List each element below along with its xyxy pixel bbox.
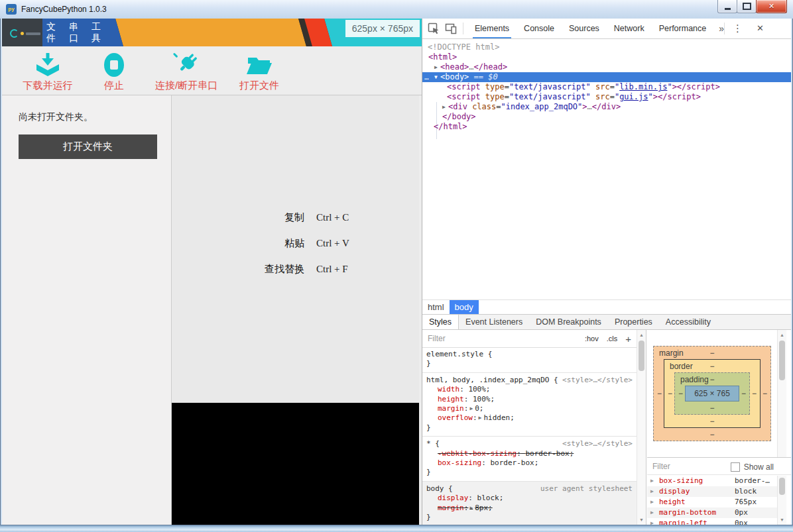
expand-arrow-icon[interactable]: ▶: [650, 497, 654, 507]
style-property[interactable]: box-sizing: border-box;: [426, 458, 633, 468]
app-area: 文件串口工具 625px × 765px 下载并运行 停止: [2, 19, 422, 525]
devtools-menu-icon[interactable]: ⋮: [733, 19, 743, 38]
scroll-up-icon[interactable]: ▲: [637, 333, 646, 337]
shortcut-hints: 复制Ctrl + C粘贴Ctrl + V查找替换Ctrl + F: [172, 209, 419, 287]
breadcrumb-html[interactable]: html: [422, 300, 450, 315]
open-file-button[interactable]: 打开文件: [213, 52, 306, 92]
expand-arrow-icon[interactable]: ▶: [650, 476, 654, 486]
logo-dot-icon: [21, 32, 24, 35]
rule-origin[interactable]: <style>…</style>: [562, 439, 633, 449]
pane-tab-dom-breakpoints[interactable]: DOM Breakpoints: [529, 315, 608, 329]
shortcut-label: 粘贴: [172, 235, 304, 251]
style-property[interactable]: overflow:▶hidden;: [426, 413, 633, 423]
expand-arrow-icon[interactable]: ▶: [469, 505, 473, 511]
computed-property-row[interactable]: ▶margin-left0px: [647, 518, 777, 525]
show-all-label: Show all: [744, 462, 774, 472]
collapse-arrow-icon[interactable]: ▼: [432, 72, 440, 82]
computed-properties-scrollbar[interactable]: ▼: [777, 476, 786, 525]
toolbar-separator: [463, 23, 463, 34]
menu-item-工具[interactable]: 工具: [91, 21, 101, 44]
style-property[interactable]: margin:▶0;: [426, 404, 633, 413]
resource-link[interactable]: gui.js: [619, 92, 648, 101]
tree-line[interactable]: ▶<head>…</head>: [422, 62, 791, 72]
viewport-size-tooltip: 625px × 765px: [345, 20, 420, 37]
new-style-rule-button[interactable]: +: [625, 333, 631, 345]
devtools-close-icon[interactable]: ✕: [757, 19, 764, 38]
scrollbar-thumb[interactable]: [639, 341, 644, 371]
scrollbar-thumb[interactable]: [779, 478, 785, 495]
scroll-up-icon[interactable]: ▲: [778, 333, 786, 337]
show-all-checkbox[interactable]: [731, 462, 740, 472]
maximize-button[interactable]: [737, 0, 757, 13]
styles-scrollbar[interactable]: ▲ ▼: [637, 330, 646, 525]
style-property[interactable]: height: 100%;: [426, 395, 633, 404]
tree-line[interactable]: </html>: [422, 122, 791, 132]
scrollbar-thumb[interactable]: [779, 341, 785, 380]
tree-line[interactable]: </body>: [422, 112, 791, 122]
tree-line[interactable]: …▼<body> == $0: [422, 72, 791, 82]
box-model-border: border − − − − padding − − − − 625 × 765: [664, 359, 761, 428]
pane-tab-event-listeners[interactable]: Event Listeners: [459, 315, 529, 329]
window-title: FancyCubePython 1.0.3: [21, 5, 107, 14]
devtools-tab-elements[interactable]: Elements: [467, 19, 517, 38]
style-rule[interactable]: element.style {}: [422, 347, 637, 373]
expand-arrow-icon[interactable]: ▶: [650, 518, 654, 525]
style-rule[interactable]: <style>…</style>* {-webkit-box-sizing: b…: [422, 437, 637, 482]
tree-line[interactable]: <!DOCTYPE html>: [422, 42, 791, 52]
tree-line[interactable]: ▶<div class="index_app_2mqDO">…</div>: [422, 102, 791, 112]
devtools-tab-network[interactable]: Network: [607, 19, 652, 38]
resource-link[interactable]: lib.min.js: [619, 82, 667, 91]
device-toolbar-icon[interactable]: [445, 23, 457, 34]
expand-arrow-icon[interactable]: ▶: [650, 507, 654, 518]
style-property[interactable]: margin:▶8px;: [426, 504, 633, 513]
box-model-scrollbar[interactable]: ▲: [777, 330, 786, 457]
expand-arrow-icon[interactable]: ▶: [440, 102, 448, 112]
computed-properties-list: ▶box-sizingborder-…▶displayblock▶height7…: [647, 476, 777, 525]
tree-line[interactable]: <script type="text/javascript" src="gui.…: [422, 92, 791, 102]
computed-property-row[interactable]: ▶box-sizingborder-…: [647, 476, 777, 486]
computed-property-row[interactable]: ▶height765px: [647, 497, 777, 507]
style-rule[interactable]: user agent stylesheetbody {display: bloc…: [422, 482, 637, 525]
pane-tab-styles[interactable]: Styles: [422, 315, 459, 329]
console-panel: [172, 403, 419, 525]
more-tabs-icon[interactable]: »: [713, 23, 729, 34]
styles-filter-input[interactable]: [422, 330, 532, 347]
tree-line[interactable]: <script type="text/javascript" src="lib.…: [422, 82, 791, 92]
expand-arrow-icon[interactable]: ▶: [650, 486, 654, 497]
open-folder-button[interactable]: 打开文件夹: [19, 134, 157, 159]
scroll-down-icon[interactable]: ▼: [778, 517, 786, 522]
devtools-tab-console[interactable]: Console: [517, 19, 562, 38]
devtools-tab-sources[interactable]: Sources: [562, 19, 607, 38]
inspect-element-icon[interactable]: [428, 23, 440, 34]
expand-arrow-icon[interactable]: ▶: [432, 62, 440, 72]
breadcrumb-body[interactable]: body: [450, 300, 479, 315]
computed-property-row[interactable]: ▶margin-bottom0px: [647, 507, 777, 518]
styles-pane-tabs: StylesEvent ListenersDOM BreakpointsProp…: [422, 314, 791, 330]
computed-property-row[interactable]: ▶displayblock: [647, 486, 777, 497]
toggle-hover-state-button[interactable]: :hov: [585, 335, 599, 343]
close-button[interactable]: ✕: [756, 0, 787, 13]
devtools-toolbar: ElementsConsoleSourcesNetworkPerformance…: [422, 19, 791, 39]
box-model-diagram: margin − − − − border − − − − padding −: [647, 330, 777, 457]
scroll-down-icon[interactable]: ▼: [637, 517, 646, 522]
expand-arrow-icon[interactable]: ▶: [479, 415, 482, 421]
minimize-button[interactable]: [717, 0, 737, 13]
style-property[interactable]: width: 100%;: [426, 385, 633, 394]
style-rule[interactable]: <style>…</style>html, body, .index_app_2…: [422, 373, 637, 437]
style-property[interactable]: -webkit-box-sizing: border-box;: [426, 449, 633, 458]
expand-arrow-icon[interactable]: ▶: [469, 405, 473, 411]
rule-origin[interactable]: <style>…</style>: [562, 376, 633, 385]
styles-pane: :hov .cls + element.style {}<style>…</st…: [422, 330, 646, 525]
shortcut-label: 查找替换: [172, 261, 304, 277]
pane-tab-properties[interactable]: Properties: [608, 315, 659, 329]
rule-selector: element.style {: [426, 350, 492, 358]
devtools-tab-performance[interactable]: Performance: [652, 19, 714, 38]
pane-tab-accessibility[interactable]: Accessibility: [659, 315, 717, 329]
menu-item-串口[interactable]: 串口: [68, 21, 79, 44]
close-icon: ✕: [768, 2, 774, 11]
tree-line[interactable]: <html>: [422, 52, 791, 62]
menu-item-文件[interactable]: 文件: [46, 21, 56, 44]
toggle-class-button[interactable]: .cls: [607, 335, 618, 343]
maximize-icon: [743, 3, 751, 10]
style-property[interactable]: display: block;: [426, 494, 633, 503]
